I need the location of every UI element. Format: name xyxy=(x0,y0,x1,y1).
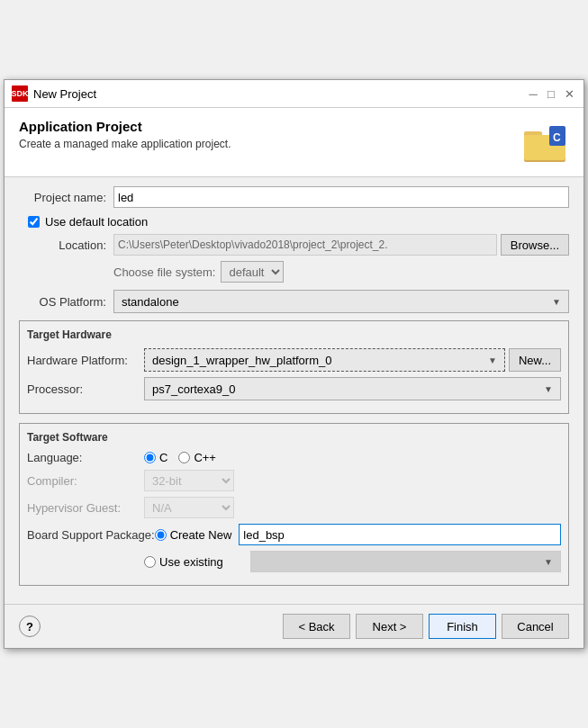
project-name-row: Project name: xyxy=(19,186,569,208)
hw-platform-chevron: ▼ xyxy=(488,355,497,365)
project-name-input[interactable] xyxy=(113,186,569,208)
title-controls: ─ □ ✕ xyxy=(526,86,576,101)
language-c-radio[interactable] xyxy=(144,452,156,463)
bsp-label: Board Support Package: xyxy=(27,528,155,542)
bsp-existing-chevron: ▼ xyxy=(544,557,553,567)
compiler-label: Compiler: xyxy=(27,474,144,488)
target-software-group: Target Software Language: C C++ Com xyxy=(19,423,569,586)
page-title: Application Project xyxy=(19,119,231,134)
processor-label: Processor: xyxy=(27,382,144,396)
close-button[interactable]: ✕ xyxy=(562,86,576,101)
header-section: Application Project Create a managed mak… xyxy=(5,108,583,177)
location-label: Location: xyxy=(19,238,113,252)
svg-text:C: C xyxy=(553,131,561,144)
hw-platform-value: design_1_wrapper_hw_platform_0 xyxy=(152,354,331,367)
bsp-name-input[interactable] xyxy=(239,524,561,545)
bsp-use-existing-radio[interactable] xyxy=(144,556,156,568)
bsp-create-new-label: Create New xyxy=(170,528,232,542)
header-icon: C xyxy=(522,119,569,166)
new-hw-platform-button[interactable]: New... xyxy=(509,348,561,372)
back-button[interactable]: < Back xyxy=(283,614,350,639)
language-c-option[interactable]: C xyxy=(144,451,167,464)
finish-button[interactable]: Finish xyxy=(429,614,496,639)
language-c-label: C xyxy=(159,451,167,464)
cancel-button[interactable]: Cancel xyxy=(502,614,569,639)
use-default-location-row: Use default location xyxy=(19,215,569,229)
bsp-use-existing-row: Use existing ▼ xyxy=(27,551,561,572)
os-platform-dropdown[interactable]: standalone ▼ xyxy=(113,290,569,313)
language-radio-group: C C++ xyxy=(144,451,216,464)
hypervisor-row: Hypervisor Guest: N/A xyxy=(27,497,561,518)
hypervisor-select: N/A xyxy=(144,497,234,518)
compiler-select: 32-bit xyxy=(144,470,234,491)
bsp-create-new-row: Board Support Package: Create New xyxy=(27,524,561,545)
hypervisor-label: Hypervisor Guest: xyxy=(27,501,144,515)
browse-button[interactable]: Browse... xyxy=(501,234,569,256)
os-platform-value: standalone xyxy=(122,295,179,309)
filesystem-row: Choose file system: default xyxy=(19,261,569,283)
language-label: Language: xyxy=(27,451,144,464)
next-button[interactable]: Next > xyxy=(356,614,423,639)
title-bar: SDK New Project ─ □ ✕ xyxy=(5,80,583,108)
bsp-create-new-radio[interactable] xyxy=(155,529,167,541)
bsp-existing-dropdown[interactable]: ▼ xyxy=(250,551,561,572)
target-hardware-group: Target Hardware Hardware Platform: desig… xyxy=(19,320,569,414)
window-title: New Project xyxy=(33,87,520,101)
os-platform-label: OS Platform: xyxy=(19,295,113,309)
help-button[interactable]: ? xyxy=(19,616,41,637)
minimize-button[interactable]: ─ xyxy=(526,86,540,101)
os-platform-row: OS Platform: standalone ▼ xyxy=(19,290,569,313)
filesystem-select[interactable]: default xyxy=(221,261,284,283)
os-platform-chevron: ▼ xyxy=(552,297,561,307)
footer-left: ? xyxy=(19,616,283,637)
project-name-label: Project name: xyxy=(19,191,113,204)
language-cpp-radio[interactable] xyxy=(178,452,190,463)
content-area: Project name: Use default location Locat… xyxy=(5,177,583,604)
maximize-button[interactable]: □ xyxy=(544,86,558,101)
location-row: Location: C:\Users\Peter\Desktop\vivado2… xyxy=(19,234,569,256)
bsp-use-existing-label: Use existing xyxy=(159,555,223,569)
bsp-create-new-option[interactable]: Create New xyxy=(155,528,232,542)
processor-chevron: ▼ xyxy=(544,384,553,394)
processor-value: ps7_cortexa9_0 xyxy=(152,382,236,396)
processor-row: Processor: ps7_cortexa9_0 ▼ xyxy=(27,377,561,400)
language-cpp-option[interactable]: C++ xyxy=(178,451,216,464)
sdk-icon: SDK xyxy=(12,85,28,102)
use-default-location-label: Use default location xyxy=(45,215,148,229)
location-value: C:\Users\Peter\Desktop\vivado2018\projec… xyxy=(113,234,497,256)
page-subtitle: Create a managed make application projec… xyxy=(19,138,231,150)
filesystem-label: Choose file system: xyxy=(113,265,215,279)
hw-platform-label: Hardware Platform: xyxy=(27,354,144,367)
processor-dropdown[interactable]: ps7_cortexa9_0 ▼ xyxy=(144,377,561,400)
compiler-row: Compiler: 32-bit xyxy=(27,470,561,491)
new-project-window: SDK New Project ─ □ ✕ Application Projec… xyxy=(4,79,584,649)
target-hardware-title: Target Hardware xyxy=(27,328,561,341)
footer: ? < Back Next > Finish Cancel xyxy=(5,604,583,648)
hw-platform-row: Hardware Platform: design_1_wrapper_hw_p… xyxy=(27,348,561,372)
hw-platform-dropdown[interactable]: design_1_wrapper_hw_platform_0 ▼ xyxy=(144,348,505,372)
use-default-location-checkbox[interactable] xyxy=(28,216,40,228)
footer-right: < Back Next > Finish Cancel xyxy=(283,614,569,639)
language-row: Language: C C++ xyxy=(27,451,561,464)
bsp-use-existing-option[interactable]: Use existing xyxy=(144,555,243,569)
language-cpp-label: C++ xyxy=(194,451,216,464)
target-software-title: Target Software xyxy=(27,431,561,444)
